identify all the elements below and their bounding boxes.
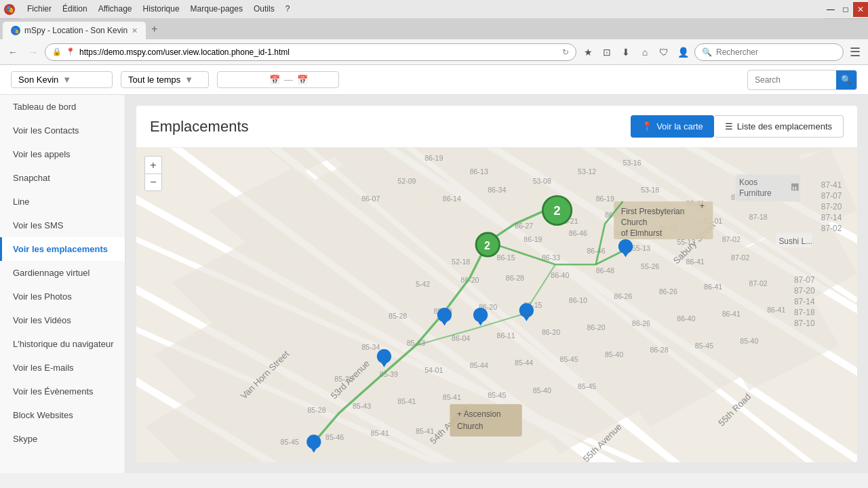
svg-text:85-45: 85-45 [281,438,299,446]
svg-line-4 [136,354,767,462]
svg-text:87-07: 87-07 [821,191,842,201]
calendar-start-icon[interactable]: 📅 [269,75,280,85]
calendar-end-icon[interactable]: 📅 [297,75,308,85]
svg-text:5-42: 5-42 [416,280,430,288]
sidebar: Tableau de bord Voir les Contacts Voir l… [0,95,125,473]
map-zoom-controls: + − [144,156,162,191]
date-start-input[interactable] [224,75,265,85]
svg-marker-49 [226,418,389,462]
svg-marker-166 [621,250,630,258]
menu-affichage[interactable]: Affichage [93,3,138,15]
menu-outils[interactable]: Outils [248,3,280,15]
profile-button[interactable]: 👤 [674,43,692,61]
svg-text:86-19: 86-19 [596,195,614,203]
svg-text:86-13: 86-13 [470,167,488,176]
sidebar-item-voir-emails[interactable]: Voir les E-mails [0,356,125,380]
shield-button[interactable]: 🛡 [655,43,673,61]
new-tab-button[interactable]: + [146,20,163,38]
svg-text:86-48: 86-48 [650,208,668,216]
svg-marker-29 [271,201,433,319]
svg-text:85-34: 85-34 [361,343,380,351]
svg-marker-42 [235,346,397,462]
zoom-in-button[interactable]: + [144,156,162,174]
browser-search-bar[interactable]: 🔍 [694,43,844,61]
sidebar-item-skype[interactable]: Skype [0,427,125,451]
svg-text:85-45: 85-45 [488,391,506,399]
sidebar-item-block-websites[interactable]: Block Websites [0,403,125,427]
menu-historique[interactable]: Historique [138,3,185,15]
menu-edition[interactable]: Édition [57,3,93,15]
svg-text:86-21: 86-21 [560,217,578,225]
svg-text:86-19: 86-19 [425,154,443,162]
sidebar-item-voir-contacts[interactable]: Voir les Contacts [0,119,125,142]
sidebar-item-voir-sms[interactable]: Voir les SMS [0,214,125,237]
view-map-button[interactable]: 📍 Voir la carte [631,115,714,138]
svg-marker-22 [208,165,361,264]
sidebar-item-line[interactable]: Line [0,190,125,214]
minimize-button[interactable]: — [823,2,838,17]
active-tab[interactable]: 🎭 mSpy - Location - Son Kevin ✕ [3,22,146,39]
map-svg: Van Horn Street 53rd Avenue 54th Avenue … [136,148,857,462]
menu-help[interactable]: ? [280,3,296,15]
top-search-input[interactable] [748,73,836,87]
browser-search-input[interactable] [716,47,836,57]
svg-marker-17 [334,148,469,210]
svg-text:85-44: 85-44 [515,359,533,367]
svg-text:86-28: 86-28 [506,274,524,282]
svg-text:85-41: 85-41 [370,429,389,437]
sidebar-item-snapchat[interactable]: Snapchat [0,166,125,190]
view-list-button[interactable]: ☰ Liste des emplacements [714,115,844,138]
svg-rect-173 [776,233,812,247]
device-selector[interactable]: Son Kevin ▼ [11,71,113,88]
back-button[interactable]: ← [4,43,22,61]
time-selector[interactable]: Tout le temps ▼ [121,71,209,88]
svg-text:of Elmhurst: of Elmhurst [621,228,663,238]
menu-fichier[interactable]: Fichier [22,3,57,15]
svg-text:87-18: 87-18 [749,213,768,221]
menu-marque-pages[interactable]: Marque-pages [185,3,248,15]
bookmark-button[interactable]: ★ [579,43,597,61]
svg-marker-30 [370,174,532,291]
sidebar-item-gardiennage-virtuel[interactable]: Gardiennage virtuel [0,261,125,285]
svg-rect-1 [136,148,857,462]
svg-marker-25 [497,148,650,201]
svg-text:86-46: 86-46 [569,229,587,237]
tab-bar: 🎭 mSpy - Location - Son Kevin ✕ + [0,19,868,39]
svg-marker-40 [749,148,857,247]
close-button[interactable]: ✕ [853,2,868,17]
svg-text:87-02: 87-02 [821,224,842,233]
download-button[interactable]: ⬇ [617,43,635,61]
date-range-picker[interactable]: 📅 — 📅 [217,71,339,88]
svg-text:85-46: 85-46 [326,433,344,441]
svg-rect-149 [736,174,801,201]
spy-icon: 🎭 [12,28,19,34]
device-label: Son Kevin [18,75,58,85]
top-search-button[interactable]: 🔍 [836,70,856,89]
sidebar-item-voir-emplacements[interactable]: Voir les emplacements [0,237,125,261]
map-container[interactable]: Van Horn Street 53rd Avenue 54th Avenue … [136,148,857,462]
svg-text:86-07: 86-07 [361,195,380,203]
svg-marker-31 [460,157,623,264]
sidebar-item-voir-appels[interactable]: Voir les appels [0,142,125,166]
forward-button[interactable]: → [24,43,42,61]
svg-point-161 [473,308,488,322]
hamburger-menu-button[interactable]: ☰ [846,43,864,61]
svg-marker-44 [425,291,587,409]
mask-icon: 🎭 [5,5,14,13]
sidebar-item-voir-videos[interactable]: Voir les Vidéos [0,308,125,332]
tab-close-button[interactable]: ✕ [132,26,138,35]
svg-text:87-20: 87-20 [821,202,842,211]
sidebar-item-voir-photos[interactable]: Voir les Photos [0,285,125,308]
sync-button[interactable]: ⊡ [598,43,616,61]
svg-text:Sabury Street: Sabury Street [671,220,717,266]
zoom-out-button[interactable]: − [144,174,162,191]
sidebar-item-tableau-de-bord[interactable]: Tableau de bord [0,95,125,119]
home-button[interactable]: ⌂ [636,43,654,61]
sidebar-item-historique-navigateur[interactable]: L'historique du navigateur [0,332,125,356]
url-input[interactable] [79,47,558,57]
maximize-button[interactable]: □ [838,2,853,17]
svg-line-15 [452,148,857,300]
refresh-button[interactable]: ↻ [562,47,569,57]
list-icon: ☰ [725,121,733,131]
sidebar-item-voir-evenements[interactable]: Voir les Évènements [0,380,125,403]
